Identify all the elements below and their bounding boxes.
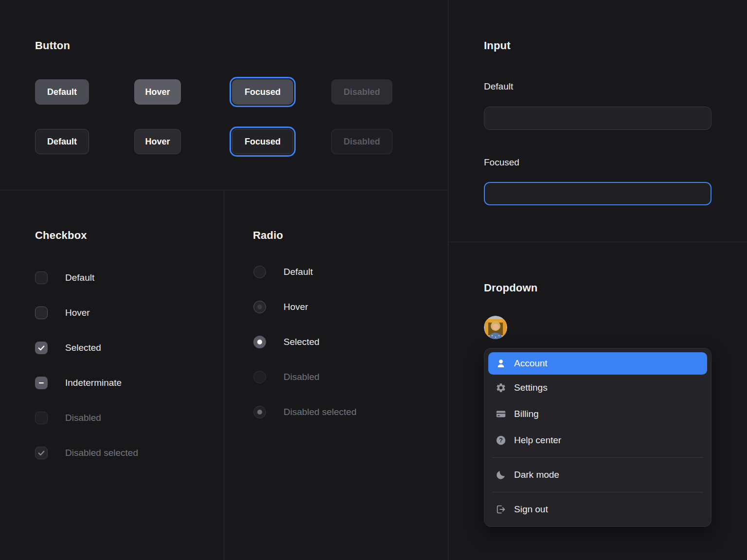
avatar[interactable] [484, 316, 507, 339]
checkbox-label: Hover [65, 307, 90, 318]
menu-item-settings[interactable]: Settings [488, 375, 707, 401]
menu-item-label: Sign out [514, 504, 548, 515]
menu-item-dark-mode[interactable]: Dark mode [488, 462, 707, 488]
input-focused-label: Focused [484, 157, 519, 168]
radio-dot [257, 340, 262, 344]
checkbox-hover[interactable] [35, 307, 48, 319]
button-primary-hover[interactable]: Hover [134, 79, 181, 105]
moon-icon [496, 470, 506, 480]
button-primary-focused[interactable]: Focused [232, 79, 293, 105]
input-default[interactable] [484, 107, 711, 130]
checkbox-section-title: Checkbox [35, 229, 87, 242]
menu-item-label: Billing [514, 409, 539, 419]
button-secondary-hover[interactable]: Hover [134, 129, 181, 154]
checkbox-row-selected: Selected [35, 342, 101, 354]
checkbox-label: Disabled [65, 413, 101, 423]
radio-row-default: Default [253, 266, 313, 278]
checkbox-label: Disabled selected [65, 448, 138, 458]
gear-icon [496, 382, 506, 393]
button-secondary-disabled[interactable]: Disabled [331, 129, 392, 154]
checkbox-label: Default [65, 272, 94, 283]
menu-item-label: Account [514, 358, 548, 369]
svg-text:?: ? [499, 437, 503, 444]
check-icon [37, 449, 46, 457]
checkbox-indeterminate[interactable] [35, 377, 48, 389]
menu-item-label: Help center [514, 435, 561, 446]
checkbox-default[interactable] [35, 271, 48, 284]
radio-dot [257, 410, 262, 415]
button-section-title: Button [35, 39, 70, 52]
radio-hover[interactable] [253, 301, 266, 313]
menu-item-label: Settings [514, 382, 548, 393]
divider-vertical-main [448, 0, 448, 560]
menu-item-account[interactable]: Account [488, 352, 707, 375]
menu-item-billing[interactable]: Billing [488, 401, 707, 427]
checkbox-row-indeterminate: Indeterminate [35, 377, 122, 389]
radio-default[interactable] [253, 266, 266, 278]
credit-card-icon [496, 409, 506, 419]
menu-item-help-center[interactable]: ? Help center [488, 427, 707, 453]
menu-divider [492, 492, 703, 492]
button-secondary-focused[interactable]: Focused [232, 129, 293, 154]
dropdown-menu: Account Settings Billing ? Help center D [484, 348, 711, 527]
radio-dot [257, 305, 262, 309]
checkbox-row-disabled-selected: Disabled selected [35, 447, 138, 459]
radio-row-selected: Selected [253, 336, 320, 348]
radio-label: Selected [284, 337, 320, 347]
user-icon [496, 358, 506, 369]
radio-section-title: Radio [253, 229, 283, 242]
menu-divider [492, 457, 703, 458]
indeterminate-dash-icon [37, 379, 46, 387]
input-default-label: Default [484, 81, 513, 92]
button-primary-disabled[interactable]: Disabled [331, 79, 392, 105]
component-showcase: Button Default Hover Focused Disabled De… [0, 0, 747, 560]
checkbox-selected[interactable] [35, 342, 48, 354]
checkbox-row-default: Default [35, 271, 94, 284]
radio-label: Hover [284, 302, 308, 312]
menu-item-sign-out[interactable]: Sign out [488, 496, 707, 523]
radio-label: Default [284, 267, 313, 277]
checkbox-disabled[interactable] [35, 412, 48, 424]
checkbox-disabled-selected[interactable] [35, 447, 48, 459]
input-section-title: Input [484, 39, 511, 52]
radio-row-disabled-selected: Disabled selected [253, 406, 356, 418]
menu-item-label: Dark mode [514, 470, 559, 480]
radio-label: Disabled selected [284, 407, 356, 417]
button-primary-default[interactable]: Default [35, 79, 89, 105]
radio-row-hover: Hover [253, 301, 308, 313]
sign-out-icon [496, 504, 506, 515]
radio-disabled[interactable] [253, 371, 266, 383]
checkbox-label: Selected [65, 343, 101, 353]
help-icon: ? [496, 435, 506, 446]
input-focused[interactable] [484, 182, 711, 205]
button-secondary-default[interactable]: Default [35, 129, 89, 154]
radio-label: Disabled [284, 372, 320, 382]
radio-disabled-selected[interactable] [253, 406, 266, 418]
avatar-photo-icon [484, 316, 507, 339]
dropdown-section-title: Dropdown [484, 282, 537, 294]
divider-horizontal-right [448, 242, 747, 242]
checkbox-row-hover: Hover [35, 307, 90, 319]
checkbox-row-disabled: Disabled [35, 412, 101, 424]
checkbox-label: Indeterminate [65, 378, 122, 388]
radio-row-disabled: Disabled [253, 371, 320, 383]
divider-vertical-checkbox-radio [224, 190, 224, 560]
radio-selected[interactable] [253, 336, 266, 348]
check-icon [37, 343, 46, 352]
